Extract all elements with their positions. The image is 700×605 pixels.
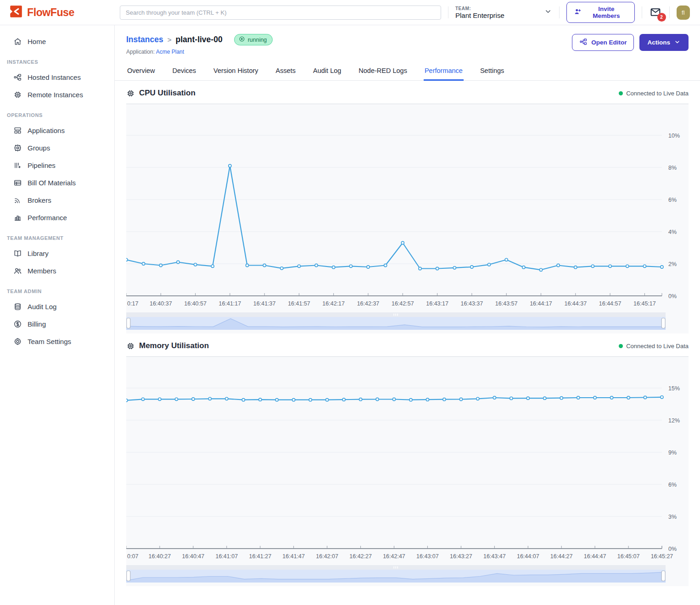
tab-overview[interactable]: Overview bbox=[126, 62, 156, 81]
data-point bbox=[443, 398, 446, 401]
application-link[interactable]: Acme Plant bbox=[156, 49, 184, 55]
brush-grip-icon[interactable] bbox=[398, 314, 398, 316]
x-tick-label: 16:44:57 bbox=[599, 300, 622, 307]
data-point bbox=[644, 396, 646, 399]
sidebar-item-billing[interactable]: Billing bbox=[0, 315, 114, 333]
y-tick-label: 9% bbox=[668, 450, 677, 456]
sidebar-item-brokers[interactable]: Brokers bbox=[0, 191, 114, 209]
sidebar-item-label: Remote Instances bbox=[28, 91, 83, 99]
tab-version-history[interactable]: Version History bbox=[213, 62, 259, 81]
memory-brush[interactable] bbox=[126, 565, 689, 586]
divider bbox=[448, 6, 448, 18]
sidebar-item-label: Members bbox=[28, 267, 56, 275]
sidebar-item-team-settings[interactable]: Team Settings bbox=[0, 333, 114, 350]
sidebar-item-label: Library bbox=[28, 250, 49, 257]
brush-handle-left[interactable] bbox=[127, 318, 130, 328]
x-tick-label: 16:44:07 bbox=[517, 553, 539, 560]
sidebar-item-applications[interactable]: Applications bbox=[0, 122, 114, 139]
cpu-brush-svg[interactable] bbox=[126, 312, 666, 330]
data-point bbox=[574, 266, 577, 269]
y-tick-label: 2% bbox=[668, 261, 677, 267]
sidebar-item-label: Applications bbox=[28, 127, 65, 134]
currency-icon bbox=[13, 320, 22, 328]
sidebar-item-audit-log[interactable]: Audit Log bbox=[0, 298, 114, 315]
sidebar-section-instances: INSTANCES bbox=[7, 59, 114, 65]
x-tick-label: 16:40:37 bbox=[150, 300, 172, 307]
data-point bbox=[142, 262, 145, 265]
cpu-chip-icon bbox=[126, 89, 135, 98]
breadcrumb-instances-link[interactable]: Instances bbox=[126, 35, 163, 44]
sidebar-item-remote-instances[interactable]: Remote Instances bbox=[0, 86, 114, 103]
play-circle-icon bbox=[239, 36, 245, 44]
search-input[interactable] bbox=[120, 6, 441, 20]
cpu-brush[interactable] bbox=[126, 312, 689, 333]
sidebar-item-label: Billing bbox=[28, 320, 46, 328]
x-tick-label: 16:44:17 bbox=[530, 300, 552, 307]
sidebar-item-members[interactable]: Members bbox=[0, 262, 114, 279]
sidebar-item-label: Home bbox=[28, 38, 46, 45]
x-tick-label: 16:45:27 bbox=[651, 553, 673, 560]
invite-members-button[interactable]: Invite Members bbox=[566, 2, 635, 23]
topbar: FlowFuse TEAM: Plant Enterprise In bbox=[0, 0, 700, 25]
tab-node-red-logs[interactable]: Node-RED Logs bbox=[358, 62, 408, 81]
sidebar-item-label: Performance bbox=[28, 214, 67, 222]
application-label: Application: bbox=[126, 49, 155, 55]
data-point bbox=[326, 399, 329, 401]
data-point bbox=[229, 164, 231, 167]
flowfuse-logo[interactable]: FlowFuse bbox=[0, 5, 115, 20]
brand-name: FlowFuse bbox=[27, 6, 74, 19]
tab-performance[interactable]: Performance bbox=[424, 62, 464, 81]
data-point bbox=[526, 397, 529, 400]
rss-icon bbox=[13, 196, 22, 205]
home-icon bbox=[13, 37, 22, 46]
sidebar-item-pipelines[interactable]: Pipelines bbox=[0, 156, 114, 174]
x-tick-label: 16:41:27 bbox=[249, 553, 271, 560]
data-point bbox=[510, 397, 513, 400]
data-point bbox=[661, 266, 663, 268]
data-point bbox=[194, 263, 197, 266]
x-tick-label: 0:17 bbox=[127, 300, 138, 307]
memory-chart-svg: 0%3%6%9%12%15%0:0716:40:2716:40:4716:41:… bbox=[126, 362, 689, 562]
memory-brush-svg[interactable] bbox=[126, 565, 666, 583]
data-point bbox=[610, 396, 613, 399]
breadcrumb: Instances > plant-live-00 running bbox=[126, 34, 273, 45]
notification-count-badge: 2 bbox=[657, 13, 666, 22]
brush-handle-right[interactable] bbox=[661, 318, 665, 328]
tab-devices[interactable]: Devices bbox=[171, 62, 197, 81]
status-badge: running bbox=[234, 34, 273, 45]
tab-settings[interactable]: Settings bbox=[479, 62, 505, 81]
brush-handle-right[interactable] bbox=[661, 571, 665, 581]
brush-grip-icon[interactable] bbox=[398, 566, 398, 569]
sidebar-nav: HomeINSTANCESHosted InstancesRemote Inst… bbox=[0, 33, 114, 350]
tab-audit-log[interactable]: Audit Log bbox=[312, 62, 342, 81]
user-avatar[interactable]: fl bbox=[677, 6, 690, 20]
x-tick-label: 16:44:37 bbox=[564, 300, 587, 307]
sidebar-item-library[interactable]: Library bbox=[0, 244, 114, 262]
sidebar-item-hosted-instances[interactable]: Hosted Instances bbox=[0, 68, 114, 86]
team-selector[interactable]: TEAM: Plant Enterprise bbox=[455, 6, 552, 19]
data-point bbox=[208, 397, 211, 400]
open-editor-label: Open Editor bbox=[591, 39, 627, 46]
sidebar-section-team-management: TEAM MANAGEMENT bbox=[7, 235, 114, 241]
notifications-button[interactable]: 2 bbox=[649, 6, 662, 18]
data-point bbox=[539, 268, 542, 271]
memory-chart: 0%3%6%9%12%15%0:0716:40:2716:40:4716:41:… bbox=[126, 362, 689, 562]
sidebar-item-home[interactable]: Home bbox=[0, 33, 114, 50]
live-dot-icon bbox=[619, 91, 623, 95]
sidebar-item-groups[interactable]: Groups bbox=[0, 139, 114, 156]
tab-assets[interactable]: Assets bbox=[275, 62, 297, 81]
brush-handle-left[interactable] bbox=[127, 571, 130, 581]
users-icon bbox=[13, 266, 22, 275]
y-tick-label: 8% bbox=[668, 165, 677, 171]
sidebar-item-performance[interactable]: Performance bbox=[0, 209, 114, 226]
actions-button[interactable]: Actions bbox=[639, 34, 689, 51]
open-editor-button[interactable]: Open Editor bbox=[572, 34, 634, 51]
y-tick-label: 0% bbox=[668, 293, 677, 300]
x-tick-label: 16:43:07 bbox=[416, 553, 439, 560]
sidebar-item-bill-of-materials[interactable]: Bill Of Materials bbox=[0, 174, 114, 191]
x-tick-label: 16:41:47 bbox=[282, 553, 305, 560]
divider bbox=[642, 6, 642, 18]
cpu-section: CPU Utilisation Connected to Live Data 0… bbox=[115, 81, 700, 333]
topbar-right: TEAM: Plant Enterprise Invite Members bbox=[441, 2, 700, 23]
data-point bbox=[487, 263, 490, 266]
